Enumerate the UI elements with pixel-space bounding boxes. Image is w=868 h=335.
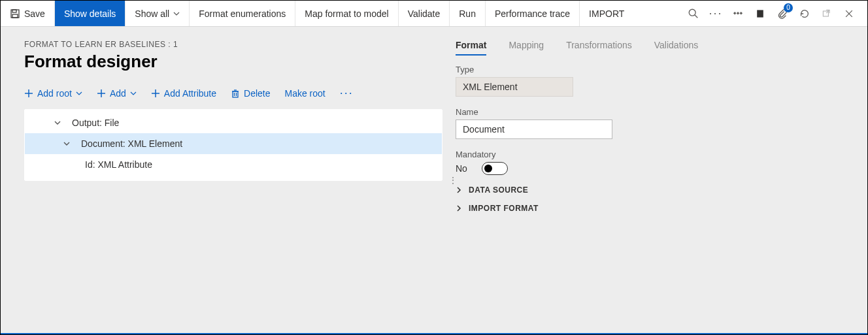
content: FORMAT TO LEARN ER BASELINES : 1 Format … (1, 27, 867, 334)
map-format-to-model-button[interactable]: Map format to model (295, 1, 398, 26)
right-pane: Format Mapping Transformations Validatio… (456, 27, 867, 333)
attachments-badge: 0 (784, 3, 793, 12)
tab-mapping[interactable]: Mapping (509, 40, 544, 56)
type-value: XML Element (456, 77, 573, 97)
pane-resize-handle[interactable]: ⋮ (450, 27, 456, 333)
chevron-down-icon (173, 10, 180, 17)
name-field: Name Document (456, 107, 848, 139)
chevron-down-icon (76, 90, 82, 97)
delete-button[interactable]: Delete (231, 88, 270, 99)
attachments-icon[interactable]: 0 (776, 7, 789, 20)
chevron-right-icon (456, 205, 462, 212)
collapse-icon[interactable] (54, 119, 61, 127)
more-icon[interactable]: ··· (709, 7, 722, 20)
toolbar: Save Show details Show all Format enumer… (1, 1, 867, 27)
type-field: Type XML Element (456, 65, 848, 97)
mandatory-field: Mandatory No (456, 150, 848, 175)
toolbar-right: ··· 0 (675, 1, 867, 26)
tiles-icon[interactable] (731, 7, 744, 20)
tab-format[interactable]: Format (456, 40, 486, 56)
add-root-button[interactable]: Add root (24, 88, 82, 99)
show-all-button[interactable]: Show all (125, 1, 190, 26)
svg-rect-1 (12, 10, 16, 12)
svg-rect-8 (757, 10, 763, 17)
add-button[interactable]: Add (97, 88, 137, 99)
tree-row-output[interactable]: Output: File (25, 112, 442, 133)
chevron-down-icon (130, 90, 137, 97)
details-tabs: Format Mapping Transformations Validatio… (456, 40, 848, 56)
refresh-icon[interactable] (798, 7, 811, 20)
format-tree: Output: File Document: XML Element Id: X… (24, 109, 442, 181)
close-icon[interactable] (843, 7, 856, 20)
svg-line-4 (695, 14, 698, 18)
mandatory-label: Mandatory (456, 150, 848, 159)
trash-icon (231, 89, 240, 98)
name-label: Name (456, 107, 848, 117)
svg-rect-2 (12, 14, 18, 18)
performance-trace-button[interactable]: Performance trace (486, 1, 580, 26)
svg-rect-5 (733, 11, 737, 14)
show-details-button[interactable]: Show details (55, 1, 125, 26)
popout-icon[interactable] (820, 7, 833, 20)
breadcrumb: FORMAT TO LEARN ER BASELINES : 1 (24, 40, 442, 49)
collapse-icon[interactable] (63, 140, 71, 148)
make-root-button[interactable]: Make root (285, 88, 326, 99)
actions-overflow[interactable]: ··· (340, 86, 354, 100)
tab-transformations[interactable]: Transformations (566, 40, 632, 56)
run-button[interactable]: Run (450, 1, 486, 26)
save-icon (10, 8, 20, 19)
svg-rect-7 (740, 11, 743, 14)
show-details-label: Show details (64, 8, 116, 19)
mandatory-value: No (456, 163, 467, 174)
page-title: Format designer (24, 52, 442, 72)
show-all-label: Show all (135, 8, 169, 19)
svg-point-3 (689, 9, 695, 16)
name-input[interactable]: Document (456, 120, 612, 139)
office-icon[interactable] (754, 7, 767, 20)
type-label: Type (456, 65, 848, 74)
toggle-knob (484, 165, 492, 172)
tab-validations[interactable]: Validations (654, 40, 698, 56)
svg-rect-18 (233, 91, 238, 97)
section-import-format[interactable]: IMPORT FORMAT (456, 204, 848, 213)
import-button[interactable]: IMPORT (580, 1, 633, 26)
svg-rect-6 (737, 11, 740, 14)
left-pane: FORMAT TO LEARN ER BASELINES : 1 Format … (1, 27, 450, 333)
chevron-right-icon (456, 187, 462, 193)
save-button[interactable]: Save (1, 1, 55, 26)
validate-button[interactable]: Validate (399, 1, 450, 26)
save-label: Save (24, 8, 45, 19)
add-attribute-button[interactable]: Add Attribute (151, 88, 216, 99)
mandatory-toggle[interactable] (482, 162, 508, 175)
format-enumerations-button[interactable]: Format enumerations (190, 1, 295, 26)
section-data-source[interactable]: DATA SOURCE (456, 185, 848, 195)
search-icon[interactable] (687, 7, 700, 20)
tree-row-id[interactable]: Id: XML Attribute (25, 154, 442, 175)
tree-row-document[interactable]: Document: XML Element (25, 133, 442, 154)
action-row: Add root Add Add Attribute Delete Make r… (24, 86, 442, 100)
